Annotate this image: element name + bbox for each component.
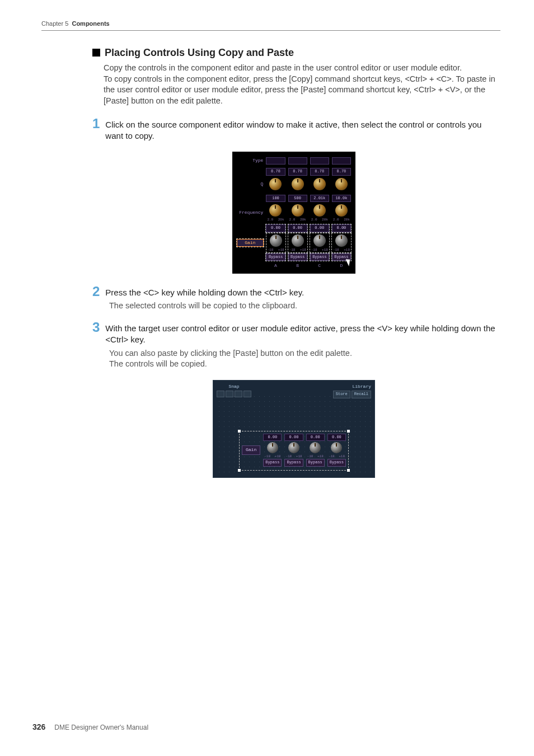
row-label-frequency: Frequency <box>237 210 263 216</box>
q-knob[interactable] <box>269 178 282 190</box>
freq-knob[interactable] <box>269 204 282 217</box>
step-2-title: Press the <C> key while holding down the… <box>105 286 304 298</box>
manual-title: DME Designer Owner's Manual <box>54 724 148 731</box>
row-label-type: Type <box>237 158 263 164</box>
section-title-text: Placing Controls Using Copy and Paste <box>105 46 294 59</box>
freq-value-a: 100 <box>266 195 285 202</box>
snap-button[interactable] <box>217 391 224 397</box>
pasted-gain-value: 0.00 <box>263 434 282 441</box>
recall-button[interactable]: Recall <box>352 391 371 398</box>
gain-label: Gain <box>242 445 260 455</box>
figure-component-editor: Type 8.78 8.78 8.78 8.78 Q <box>232 152 355 274</box>
gain-value-a: 0.00 <box>266 224 285 232</box>
intro-paragraph-2: To copy controls in the component editor… <box>104 74 495 107</box>
page-number: 326 <box>32 722 45 731</box>
column-a: A <box>266 263 285 269</box>
figure-user-control-editor: Snap Library Store Recall <box>213 380 375 478</box>
pasted-selection[interactable]: Gain 0.00 -18+18 Bypass 0.00 -18+18 Bypa… <box>239 431 349 471</box>
row-label-q: Q <box>237 181 263 187</box>
snap-label: Snap <box>217 384 251 390</box>
step-number-2: 2 <box>92 285 100 298</box>
row-label-gain: Gain <box>237 239 264 247</box>
pasted-gain-knob[interactable] <box>267 442 278 453</box>
step-3-title: With the target user control editor or u… <box>105 322 495 346</box>
type-slot <box>266 157 285 165</box>
snap-button[interactable] <box>235 391 242 397</box>
header-rule <box>41 30 500 31</box>
store-button[interactable]: Store <box>333 391 350 398</box>
snap-button[interactable] <box>243 391 251 397</box>
chapter-number: Chapter 5 <box>41 20 68 27</box>
snap-button[interactable] <box>226 391 233 397</box>
chapter-title: Components <box>72 20 109 27</box>
step-1-title: Click on the source component editor win… <box>105 118 495 142</box>
q-value-a: 8.78 <box>266 168 285 175</box>
step-3-body: You can also paste by clicking the [Past… <box>109 348 495 370</box>
chapter-breadcrumb: Chapter 5 Components <box>41 20 500 30</box>
selection-handle[interactable] <box>238 430 241 433</box>
step-2-body: The selected controls will be copied to … <box>109 300 495 312</box>
intro-paragraph-1: Copy the controls in the component edito… <box>104 63 495 74</box>
gain-knob[interactable] <box>270 234 282 247</box>
step-number-3: 3 <box>92 321 100 334</box>
pasted-bypass-button[interactable]: Bypass <box>263 459 282 466</box>
step-number-1: 1 <box>92 117 100 130</box>
section-heading: Placing Controls Using Copy and Paste <box>92 46 495 59</box>
bypass-button-a[interactable]: Bypass <box>266 253 285 261</box>
library-label: Library <box>352 384 371 390</box>
